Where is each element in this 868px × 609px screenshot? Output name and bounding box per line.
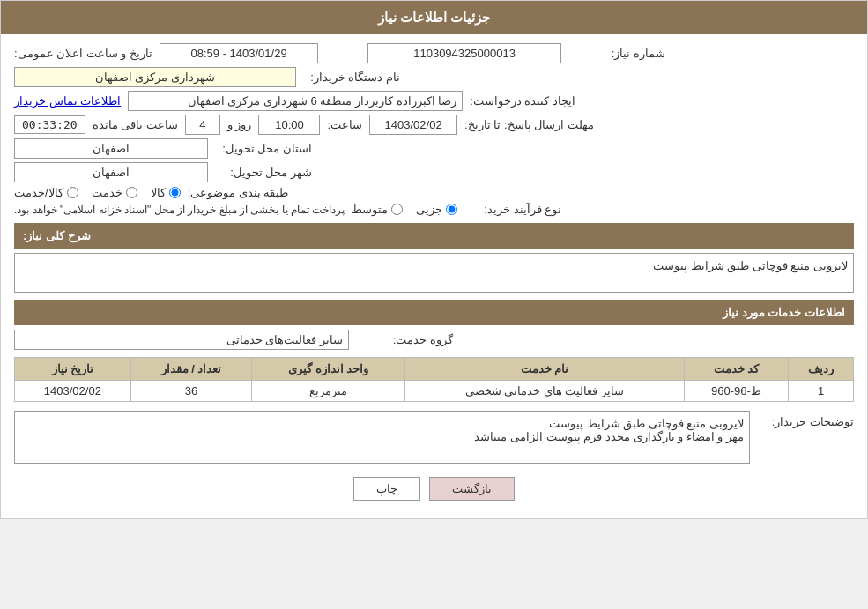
page-title: جزئیات اطلاعات نیاز (378, 10, 490, 25)
table-cell-code: ط-96-960 (684, 381, 788, 402)
province-value: اصفهان (14, 138, 208, 159)
org-name-value: شهرداری مرکزی اصفهان (14, 67, 296, 87)
purchase-type-radio-group: متوسط جزیی (352, 203, 457, 216)
row-org-name: نام دستگاه خریدار: شهرداری مرکزی اصفهان (14, 67, 854, 87)
category-label: طبقه بندی موضوعی: (188, 186, 289, 199)
contact-link[interactable]: اطلاعات تماس خریدار (14, 94, 121, 108)
content-area: شماره نیاز: 1103094325000013 1403/01/29 … (1, 34, 867, 518)
col-row-num: ردیف (789, 358, 854, 381)
creator-value: رضا اکبرزاده کاربرداز منطقه 6 شهرداری مر… (128, 91, 463, 111)
table-cell-quantity: 36 (130, 381, 252, 402)
table-cell-row_num: 1 (789, 381, 854, 402)
row-city: شهر محل تحویل: اصفهان (14, 162, 854, 182)
table-row: 1ط-96-960سایر فعالیت های خدماتی شخصیمترم… (15, 381, 854, 402)
deadline-days-label: روز و (227, 118, 252, 131)
page-header: جزئیات اطلاعات نیاز (1, 1, 867, 34)
deadline-date: 1403/02/02 (369, 115, 457, 135)
radio-kala-label: کالا (151, 186, 166, 199)
radio-motawaset-label: متوسط (352, 203, 388, 216)
need-desc-row: لایروبی منبع فوچاتی طبق شرایط پیوست (14, 253, 854, 293)
radio-motawaset: متوسط (352, 203, 403, 216)
announce-value: 1403/01/29 - 08:59 (160, 43, 318, 63)
announce-label: تاریخ و ساعت اعلان عمومی: (14, 47, 152, 60)
need-desc-header: شرح کلی نیاز: (14, 223, 854, 249)
col-name: نام خدمت (405, 358, 685, 381)
radio-kala-khadmat: کالا/خدمت (14, 186, 78, 199)
radio-khadmat-label: خدمت (92, 186, 122, 199)
purchase-type-note: پرداخت تمام یا بخشی از مبلغ خریدار از مح… (14, 204, 345, 216)
deadline-time-label: ساعت: (327, 118, 362, 131)
row-province: استان محل تحویل: اصفهان (14, 138, 854, 159)
deadline-remaining-time: 00:33:20 (14, 115, 85, 134)
deadline-label: مهلت ارسال پاسخ: تا تاریخ: (464, 118, 594, 131)
creator-label: ایجاد کننده درخواست: (470, 94, 575, 108)
need-desc-label: شرح کلی نیاز: (23, 229, 91, 242)
service-table: ردیف کد خدمت نام خدمت واحد اندازه گیری ت… (14, 357, 854, 402)
radio-kala-khadmat-label: کالا/خدمت (14, 186, 63, 199)
category-radio-group: کالا/خدمت خدمت کالا (14, 186, 181, 199)
back-button[interactable]: بازگشت (429, 477, 515, 501)
row-deadline: مهلت ارسال پاسخ: تا تاریخ: 1403/02/02 سا… (14, 115, 854, 135)
buyer-notes-label: توضیحات خریدار: (757, 411, 854, 428)
row-purchase-type: نوع فرآیند خرید: متوسط جزیی پرداخت تمام … (14, 203, 854, 216)
deadline-remaining-label: ساعت باقی مانده (93, 118, 178, 131)
table-cell-date: 1403/02/02 (15, 381, 131, 402)
table-cell-unit: مترمربع (252, 381, 405, 402)
service-group-label: گروه خدمت: (356, 333, 453, 346)
buyer-notes-row: توضیحات خریدار: لایروبی منبع فوچاتی طبق … (14, 411, 854, 464)
service-group-value: سایر فعالیت‌های خدماتی (14, 330, 349, 350)
row-service-group: گروه خدمت: سایر فعالیت‌های خدماتی (14, 330, 854, 350)
city-label: شهر محل تحویل: (215, 166, 312, 179)
services-section-header: اطلاعات خدمات مورد نیاز (14, 300, 854, 325)
col-unit: واحد اندازه گیری (252, 358, 405, 381)
city-value: اصفهان (14, 162, 208, 182)
purchase-type-label: نوع فرآیند خرید: (464, 203, 561, 216)
table-cell-name: سایر فعالیت های خدماتی شخصی (405, 381, 685, 402)
row-need-number: شماره نیاز: 1103094325000013 1403/01/29 … (14, 43, 854, 63)
buttons-row: بازگشت چاپ (14, 477, 854, 501)
col-date: تاریخ نیاز (15, 358, 131, 381)
radio-khadmat-input[interactable] (126, 187, 137, 198)
col-code: کد خدمت (684, 358, 788, 381)
radio-kala-khadmat-input[interactable] (67, 187, 78, 198)
radio-jozi: جزیی (416, 203, 457, 216)
page-container: جزئیات اطلاعات نیاز شماره نیاز: 11030943… (0, 0, 868, 519)
need-number-value: 1103094325000013 (367, 43, 561, 63)
province-label: استان محل تحویل: (215, 142, 312, 155)
radio-jozi-label: جزیی (416, 203, 442, 216)
radio-jozi-input[interactable] (446, 204, 457, 215)
need-number-label: شماره نیاز: (568, 47, 665, 60)
col-qty: تعداد / مقدار (130, 358, 252, 381)
radio-khadmat: خدمت (92, 186, 137, 199)
services-header-label: اطلاعات خدمات مورد نیاز (723, 306, 845, 319)
row-creator: ایجاد کننده درخواست: رضا اکبرزاده کاربرد… (14, 91, 854, 111)
radio-kala: کالا (151, 186, 181, 199)
need-desc-value: لایروبی منبع فوچاتی طبق شرایط پیوست (14, 253, 854, 293)
buyer-notes-value: لایروبی منبع فوچاتی طبق شرایط پیوست مهر … (14, 411, 750, 464)
row-category: طبقه بندی موضوعی: کالا/خدمت خدمت کالا (14, 186, 854, 199)
deadline-days: 4 (185, 115, 220, 135)
radio-motawaset-input[interactable] (391, 204, 403, 215)
radio-kala-input[interactable] (169, 187, 181, 198)
org-name-label: نام دستگاه خریدار: (303, 71, 400, 84)
deadline-time: 10:00 (258, 115, 320, 135)
print-button[interactable]: چاپ (353, 477, 420, 501)
